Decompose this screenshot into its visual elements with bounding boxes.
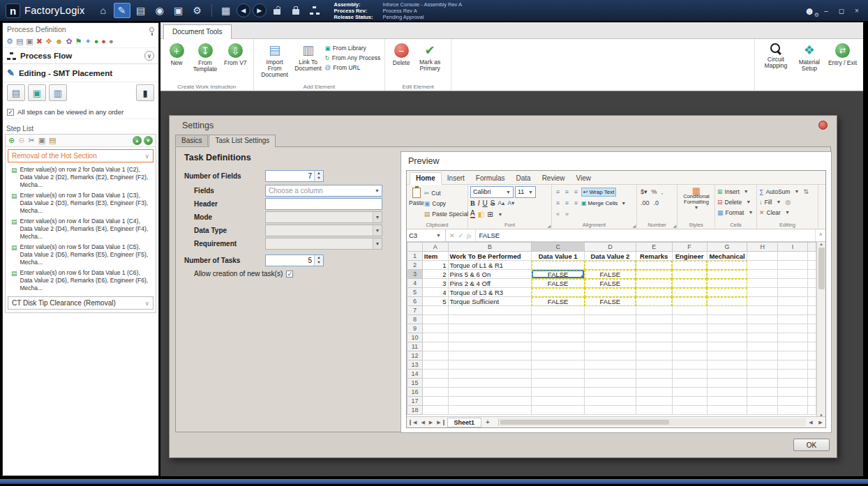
cell-D1[interactable]: Data Value 2 [585, 252, 636, 261]
cell-D14[interactable] [585, 370, 636, 379]
cell-F7[interactable] [672, 306, 707, 315]
link-to-document-button[interactable]: ▥ Link To Document [292, 42, 325, 72]
collapse-formula-bar-icon[interactable]: ^ [815, 229, 825, 241]
copy-button[interactable]: ▣Copy [424, 198, 469, 208]
cell-H4[interactable] [747, 279, 777, 288]
align-top-icon[interactable]: ≡ [554, 188, 562, 195]
row-header-13[interactable]: 13 [407, 360, 423, 370]
scroll-up-icon[interactable]: ▲ [819, 242, 823, 246]
cell-A18[interactable] [422, 406, 448, 415]
sheet-tab-sheet1[interactable]: Sheet1 [447, 418, 482, 427]
copy-step-icon[interactable]: ▣ [38, 137, 45, 144]
fill-color-button[interactable]: ◧ [478, 211, 484, 218]
import-from-document-button[interactable]: ▤ Import From Document [258, 42, 292, 78]
cell-F8[interactable] [672, 315, 707, 324]
tab-insert[interactable]: Insert [442, 173, 470, 184]
column-header-extra[interactable] [808, 243, 816, 252]
font-size-select[interactable]: 11▼ [515, 186, 536, 198]
flag-icon[interactable]: ⚑ [75, 38, 82, 45]
wrap-text-button[interactable]: ↩Wrap Text [581, 188, 616, 197]
copy-icon[interactable]: ▣ [26, 38, 33, 45]
add-sheet-button[interactable]: + [481, 418, 494, 426]
cell-x1[interactable] [808, 252, 816, 261]
cell-G7[interactable] [707, 306, 747, 315]
cell-H9[interactable] [747, 324, 777, 333]
cell-A5[interactable]: 4 [422, 288, 448, 297]
cell-x11[interactable] [808, 342, 816, 351]
cell-B6[interactable]: Torque Sufficient [448, 297, 532, 306]
cell-G12[interactable] [707, 351, 747, 360]
process-definition-icon[interactable]: ✎ [114, 3, 130, 18]
cell-A10[interactable] [422, 333, 448, 342]
font-color-button[interactable]: A [470, 210, 475, 218]
cell-C13[interactable] [532, 360, 585, 370]
cell-I9[interactable] [777, 324, 807, 333]
cell-C12[interactable] [532, 351, 585, 360]
align-bottom-icon[interactable]: ≡ [572, 188, 580, 195]
cell-B13[interactable] [448, 360, 532, 370]
cell-H17[interactable] [747, 397, 777, 406]
start-icon[interactable]: ● [94, 38, 99, 45]
increase-decimal-button[interactable]: .00 [639, 199, 651, 206]
cell-B9[interactable] [448, 324, 532, 333]
cell-G11[interactable] [707, 342, 747, 351]
unlock-icon[interactable] [269, 3, 285, 18]
spinner-buttons[interactable]: ▲▼ [314, 255, 323, 266]
spin-up-icon[interactable]: ▲ [315, 171, 323, 176]
cell-B16[interactable] [448, 388, 532, 397]
cell-F3[interactable] [672, 270, 707, 279]
cell-F16[interactable] [672, 388, 707, 397]
cell-C10[interactable] [532, 333, 585, 342]
cell-A14[interactable] [422, 370, 448, 379]
cell-E10[interactable] [636, 333, 672, 342]
row-header-17[interactable]: 17 [407, 397, 423, 406]
row-header-2[interactable]: 2 [407, 261, 423, 270]
back-icon[interactable]: ◀ [237, 3, 250, 17]
tab-basics[interactable]: Basics [175, 135, 208, 146]
cell-x4[interactable] [808, 279, 816, 288]
doc-action-button-1[interactable]: ▤ [7, 84, 25, 101]
cell-I13[interactable] [777, 360, 807, 370]
bold-button[interactable]: B [470, 199, 475, 207]
cell-E2[interactable] [636, 261, 672, 270]
cell-D10[interactable] [585, 333, 636, 342]
sort-filter-icon[interactable]: ⇅ [803, 188, 809, 195]
strikethrough-button[interactable]: S [491, 199, 495, 207]
cell-E15[interactable] [636, 379, 672, 388]
cell-A15[interactable] [422, 379, 448, 388]
cell-F1[interactable]: Engineer [672, 252, 707, 261]
scroll-right-icon[interactable]: ▶ [816, 420, 825, 425]
fill-button[interactable]: ↓Fill▼◎ [759, 197, 816, 207]
cell-G18[interactable] [707, 406, 747, 415]
align-right-icon[interactable]: ≡ [572, 199, 580, 206]
allow-new-tasks-checkbox[interactable]: ✓ [286, 271, 293, 278]
insert-cells-button[interactable]: ⊞Insert▼ [717, 186, 754, 197]
minimize-button[interactable]: – [822, 7, 830, 15]
row-header-8[interactable]: 8 [407, 315, 423, 324]
cell-H1[interactable] [747, 252, 777, 261]
next-sheet-button[interactable]: ▶ [427, 420, 435, 425]
insert-function-icon[interactable]: fx [467, 232, 472, 239]
data-type-select[interactable]: ▼ [265, 225, 382, 236]
cell-B7[interactable] [448, 306, 532, 315]
column-header-E[interactable]: E [636, 243, 672, 252]
row-header-9[interactable]: 9 [407, 324, 423, 333]
material-setup-button[interactable]: ❖ Material Setup [793, 42, 826, 91]
row-header-4[interactable]: 4 [407, 279, 423, 288]
cell-I17[interactable] [777, 397, 807, 406]
cell-x17[interactable] [808, 397, 816, 406]
cell-I7[interactable] [777, 306, 807, 315]
row-header-5[interactable]: 5 [407, 288, 423, 297]
cell-I2[interactable] [777, 261, 807, 270]
cell-B2[interactable]: Torque of L1 & R1 [448, 261, 532, 270]
cell-D3[interactable]: FALSE [585, 270, 636, 279]
forward-icon[interactable]: ▶ [253, 3, 267, 17]
cell-E8[interactable] [636, 315, 672, 324]
column-header-D[interactable]: D [585, 243, 636, 252]
cell-A16[interactable] [422, 388, 448, 397]
clear-button[interactable]: ✕Clear▼ [759, 207, 816, 218]
align-center-icon[interactable]: ≡ [563, 199, 571, 206]
cell-I8[interactable] [777, 315, 807, 324]
cell-B17[interactable] [448, 397, 532, 406]
row-header-7[interactable]: 7 [407, 306, 423, 315]
